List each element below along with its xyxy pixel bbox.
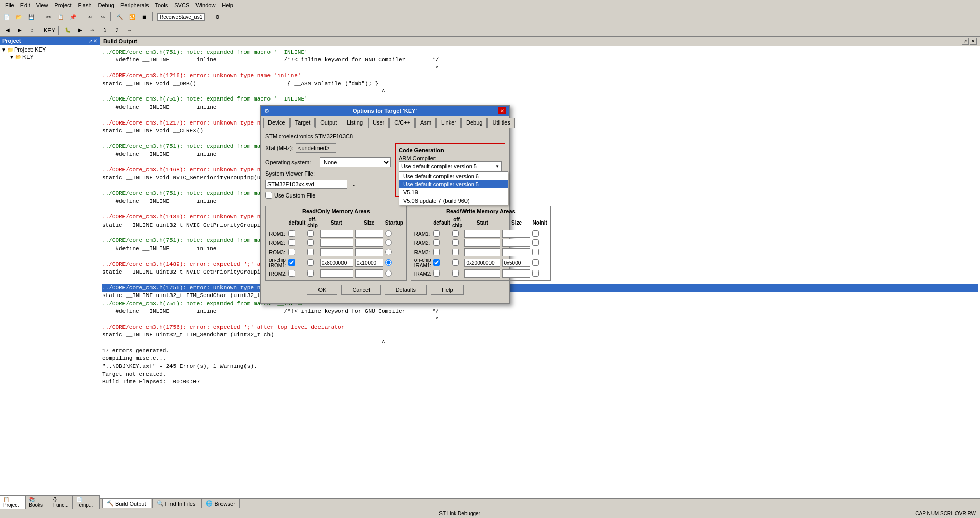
redo-btn[interactable]: ↪ (97, 11, 108, 22)
rw-start-ram2[interactable] (464, 239, 500, 247)
dialog-tab-output[interactable]: Output (315, 118, 341, 128)
rw-start-ram1[interactable] (464, 230, 500, 238)
help-button[interactable]: Help (431, 285, 464, 295)
prev-btn[interactable]: ◀ (2, 24, 13, 36)
step-out-btn[interactable]: ⤴ (111, 24, 122, 36)
compiler-option-v5[interactable]: Use default compiler version 5 (399, 180, 508, 188)
next-btn[interactable]: ▶ (14, 24, 26, 36)
ro-startup-irom2[interactable] (385, 270, 392, 277)
rw-noinit-ram2[interactable] (532, 239, 539, 246)
dialog-tab-utilities[interactable]: Utilities (487, 118, 514, 128)
os-select[interactable]: None (320, 157, 391, 167)
menu-flash[interactable]: Flash (75, 1, 95, 9)
menu-view[interactable]: View (33, 1, 52, 9)
panel-float-btn[interactable]: ↗ (88, 38, 92, 44)
options-btn[interactable]: ⚙ (212, 11, 223, 22)
ro-default-irom2[interactable] (288, 270, 295, 277)
menu-svcs[interactable]: SVCS (171, 1, 192, 9)
rw-start-iram1[interactable] (464, 259, 500, 267)
rw-offchip-ram2[interactable] (452, 239, 459, 246)
debug-mode-btn[interactable]: 🐛 (62, 24, 74, 36)
tab-build-output[interactable]: 🔨 Build Output (102, 499, 151, 508)
panel-close-btn[interactable]: ✕ (93, 38, 97, 44)
paste-btn[interactable]: 📌 (67, 11, 79, 22)
rw-size-ram3[interactable] (502, 248, 530, 256)
ro-startup-irom1[interactable] (385, 259, 392, 266)
step-btn[interactable]: ⇥ (87, 24, 98, 36)
rw-default-ram3[interactable] (433, 249, 440, 255)
panel-tab-temp[interactable]: 📄 Temp... (73, 496, 100, 509)
arm-compiler-dropdown[interactable]: Use default compiler version 6 Use defau… (399, 171, 508, 205)
menu-help[interactable]: Help (218, 1, 236, 9)
ro-offchip-irom2[interactable] (307, 270, 314, 277)
ro-default-irom1[interactable] (288, 259, 295, 266)
ro-default-rom1[interactable] (288, 230, 295, 237)
new-file-btn[interactable]: 📄 (1, 11, 12, 22)
save-btn[interactable]: 💾 (26, 11, 37, 22)
defaults-button[interactable]: Defaults (385, 285, 427, 295)
dialog-close-btn[interactable]: ✕ (498, 107, 506, 114)
dialog-tab-listing[interactable]: Listing (342, 118, 368, 128)
ro-startup-rom1[interactable] (385, 230, 392, 237)
compiler-option-v519[interactable]: V5.19 (399, 188, 508, 196)
tab-find-in-files[interactable]: 🔍 Find In Files (152, 499, 201, 508)
run-btn[interactable]: ▶ (75, 24, 86, 36)
home-btn[interactable]: ⌂ (27, 24, 38, 36)
rw-default-iram2[interactable] (433, 270, 440, 277)
ro-default-rom3[interactable] (288, 249, 295, 255)
cancel-button[interactable]: Cancel (341, 285, 380, 295)
rw-noinit-iram2[interactable] (532, 270, 539, 277)
rw-offchip-ram3[interactable] (452, 249, 459, 255)
dialog-tab-device[interactable]: Device (263, 118, 290, 128)
rw-size-iram2[interactable] (502, 269, 530, 278)
use-custom-checkbox[interactable] (265, 192, 272, 199)
panel-tab-func[interactable]: {} Func... (50, 496, 74, 509)
arm-compiler-select[interactable]: Use default compiler version 5 ▼ (399, 161, 502, 171)
rw-size-iram1[interactable] (502, 259, 530, 267)
step-over-btn[interactable]: ⤵ (99, 24, 110, 36)
run-to-btn[interactable]: → (124, 24, 135, 36)
ro-size-irom1[interactable] (355, 259, 383, 267)
undo-btn[interactable]: ↩ (85, 11, 96, 22)
system-viewer-browse-btn[interactable]: ... (350, 180, 359, 189)
menu-debug[interactable]: Debug (95, 1, 117, 9)
menu-peripherals[interactable]: Peripherals (117, 1, 152, 9)
menu-project[interactable]: Project (51, 1, 75, 9)
build-output-close-btn[interactable]: ✕ (970, 38, 977, 45)
compiler-option-v6[interactable]: Use default compiler version 6 (399, 172, 508, 180)
panel-tab-books[interactable]: 📚 Books (26, 496, 50, 509)
dialog-tab-target[interactable]: Target (290, 118, 315, 128)
ro-size-irom2[interactable] (355, 269, 383, 278)
rw-offchip-iram2[interactable] (452, 270, 459, 277)
panel-tab-project[interactable]: 📋 Project (0, 496, 26, 509)
ro-offchip-rom3[interactable] (307, 249, 314, 255)
dialog-tab-linker[interactable]: Linker (436, 118, 461, 128)
ro-start-irom2[interactable] (320, 269, 353, 278)
ro-start-irom1[interactable] (320, 259, 353, 267)
stop-btn[interactable]: ⏹ (139, 11, 150, 22)
rw-noinit-ram1[interactable] (532, 230, 539, 237)
ro-startup-rom3[interactable] (385, 249, 392, 255)
tree-item-key[interactable]: ▼ 📂 KEY (1, 53, 99, 60)
rw-noinit-ram3[interactable] (532, 249, 539, 255)
open-btn[interactable]: 📂 (13, 11, 24, 22)
ro-offchip-irom1[interactable] (307, 259, 314, 266)
menu-file[interactable]: File (2, 1, 17, 9)
ro-size-rom3[interactable] (355, 248, 383, 256)
tab-browser[interactable]: 🌐 Browser (201, 499, 239, 508)
dialog-tab-asm[interactable]: Asm (415, 118, 436, 128)
rw-offchip-iram1[interactable] (452, 259, 459, 266)
target-name-input[interactable]: ReceiveStave_us1 (157, 13, 205, 21)
rebuild-btn[interactable]: 🔁 (127, 11, 138, 22)
ro-start-rom2[interactable] (320, 239, 353, 247)
rw-noinit-iram1[interactable] (532, 259, 539, 266)
ro-offchip-rom2[interactable] (307, 239, 314, 246)
copy-btn[interactable]: 📋 (55, 11, 66, 22)
rw-default-ram2[interactable] (433, 239, 440, 246)
ok-button[interactable]: OK (307, 285, 337, 295)
ro-default-rom2[interactable] (288, 239, 295, 246)
rw-default-ram1[interactable] (433, 230, 440, 237)
ro-size-rom1[interactable] (355, 230, 383, 238)
dialog-tab-user[interactable]: User (368, 118, 389, 128)
tree-item-project[interactable]: ▼ 📁 Project: KEY (1, 46, 99, 53)
